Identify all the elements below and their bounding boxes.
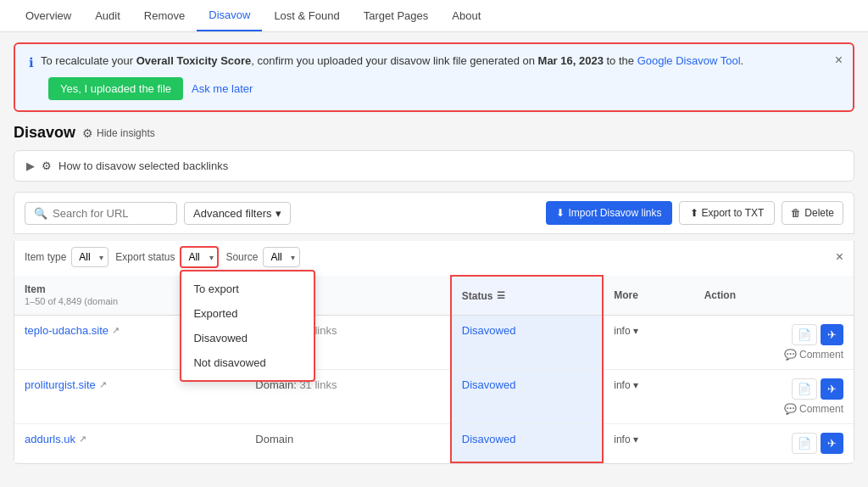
source-filter-group: Source All xyxy=(225,247,300,267)
action-cell: 📄 ✈ 💬 Comment xyxy=(694,316,854,370)
copy-button[interactable]: 📄 xyxy=(792,324,817,345)
th-action: Action xyxy=(694,276,854,316)
chevron-right-icon: ▶ xyxy=(26,160,35,172)
export-status-label: Export status xyxy=(115,251,175,263)
nav-about[interactable]: About xyxy=(440,1,492,31)
source-label: Source xyxy=(225,251,258,263)
main-content: × ℹ To recalculate your Overall Toxicity… xyxy=(0,32,868,487)
hide-insights-button[interactable]: ⚙ Hide insights xyxy=(82,126,155,140)
info-label: info xyxy=(614,379,630,391)
nav-lost-found[interactable]: Lost & Found xyxy=(262,1,351,31)
alert-text: ℹ To recalculate your Overall Toxicity S… xyxy=(29,54,839,70)
export-option-not-disavowed[interactable]: Not disavowed xyxy=(181,350,314,375)
insights-gear-icon: ⚙ xyxy=(42,160,52,172)
info-button[interactable]: info ▾ xyxy=(614,325,637,337)
telegram-button[interactable]: ✈ xyxy=(821,324,843,345)
nav-audit[interactable]: Audit xyxy=(83,1,132,31)
action-cell: 📄 ✈ xyxy=(694,424,854,463)
how-to-disavow-text: How to disavow selected backlinks xyxy=(58,160,228,172)
source-select-wrapper: All xyxy=(263,247,300,267)
item-type-filter-group: Item type All xyxy=(25,247,108,267)
info-circle-icon: ℹ xyxy=(29,55,34,70)
table-row: proliturgist.site ↗ Domain: 31 links Dis… xyxy=(14,370,854,424)
comment-button[interactable]: 💬 Comment xyxy=(784,403,843,415)
telegram-button[interactable]: ✈ xyxy=(821,378,843,400)
export-status-select[interactable]: All xyxy=(180,246,219,268)
item-count: 1–50 of 4,849 (domain xyxy=(25,296,118,306)
action-buttons: 📄 ✈ 💬 Comment xyxy=(704,378,843,415)
action-buttons: 📄 ✈ xyxy=(704,433,843,454)
nav-remove[interactable]: Remove xyxy=(132,1,197,31)
comment-icon: 💬 xyxy=(784,349,797,361)
filters-row: Item type All Export status All To expor… xyxy=(14,241,854,275)
action-cell: 📄 ✈ 💬 Comment xyxy=(694,370,854,424)
export-status-select-wrapper: All To export Exported Disavowed Not dis… xyxy=(180,246,219,268)
download-icon: ⬇ xyxy=(556,207,565,219)
item-type-select-wrapper: All xyxy=(71,247,108,267)
item-cell: addurls.uk ↗ xyxy=(14,424,245,463)
item-link[interactable]: addurls.uk ↗ xyxy=(25,433,235,445)
more-cell: info ▾ xyxy=(603,316,693,370)
nav-target-pages[interactable]: Target Pages xyxy=(352,1,441,31)
more-cell: info ▾ xyxy=(603,424,693,463)
google-disavow-link[interactable]: Google Disavow Tool xyxy=(637,54,741,67)
chevron-down-icon: ▾ xyxy=(633,379,638,391)
item-type-select[interactable]: All xyxy=(71,247,108,267)
advanced-filters-button[interactable]: Advanced filters ▾ xyxy=(184,202,291,225)
yes-uploaded-button[interactable]: Yes, I uploaded the file xyxy=(48,77,183,100)
info-button[interactable]: info ▾ xyxy=(614,434,637,445)
status-badge: Disavowed xyxy=(462,324,516,337)
import-disavow-button[interactable]: ⬇ Import Disavow links xyxy=(546,201,671,225)
disavow-table: Item 1–50 of 4,849 (domain Type Status ☰… xyxy=(14,275,854,463)
ask-me-later-button[interactable]: Ask me later xyxy=(192,77,253,100)
more-cell: info ▾ xyxy=(603,370,693,424)
filter-icon: ☰ xyxy=(497,290,505,301)
advanced-filters-label: Advanced filters xyxy=(193,207,272,220)
table-row: addurls.uk ↗ Domain Disavowed info ▾ xyxy=(14,424,854,463)
search-input-wrapper: 🔍 xyxy=(25,202,177,225)
th-more: More xyxy=(603,276,693,316)
nav-overview[interactable]: Overview xyxy=(14,1,83,31)
insights-box: ▶ ⚙ How to disavow selected backlinks xyxy=(14,150,854,182)
upload-icon: ⬆ xyxy=(690,207,698,219)
nav-bar: Overview Audit Remove Disavow Lost & Fou… xyxy=(0,0,868,32)
export-option-disavowed[interactable]: Disavowed xyxy=(181,326,314,350)
info-label: info xyxy=(614,325,630,337)
copy-button[interactable]: 📄 xyxy=(792,433,817,454)
info-label: info xyxy=(614,434,630,445)
page-title: Disavow xyxy=(14,124,75,142)
trash-icon: 🗑 xyxy=(791,207,801,219)
chevron-down-icon: ▾ xyxy=(633,434,638,445)
th-status: Status ☰ xyxy=(451,276,603,316)
comment-button[interactable]: 💬 Comment xyxy=(784,349,843,361)
info-button[interactable]: info ▾ xyxy=(614,379,637,391)
export-option-to-export[interactable]: To export xyxy=(181,277,314,301)
alert-banner: × ℹ To recalculate your Overall Toxicity… xyxy=(14,42,854,112)
search-input[interactable] xyxy=(53,207,168,220)
export-option-exported[interactable]: Exported xyxy=(181,301,314,326)
status-badge: Disavowed xyxy=(462,378,516,391)
search-icon: 🔍 xyxy=(34,207,47,220)
table-container: Item 1–50 of 4,849 (domain Type Status ☰… xyxy=(14,275,854,464)
external-link-icon: ↗ xyxy=(112,325,120,336)
toolbar-right: ⬇ Import Disavow links ⬆ Export to TXT 🗑… xyxy=(546,201,843,225)
alert-message: To recalculate your Overall Toxicity Sco… xyxy=(41,54,743,67)
status-cell: Disavowed xyxy=(451,370,603,424)
chevron-down-icon: ▾ xyxy=(275,207,281,220)
nav-disavow[interactable]: Disavow xyxy=(197,0,262,31)
delete-button[interactable]: 🗑 Delete xyxy=(782,201,843,225)
alert-close-button[interactable]: × xyxy=(835,53,843,68)
external-link-icon: ↗ xyxy=(99,379,107,390)
telegram-button[interactable]: ✈ xyxy=(821,433,843,454)
item-type-label: Item type xyxy=(25,251,66,263)
comment-icon: 💬 xyxy=(784,403,797,415)
copy-button[interactable]: 📄 xyxy=(792,378,817,400)
source-select[interactable]: All xyxy=(263,247,300,267)
chevron-down-icon: ▾ xyxy=(633,325,638,337)
status-badge: Disavowed xyxy=(462,433,516,445)
export-txt-button[interactable]: ⬆ Export to TXT xyxy=(679,201,776,225)
filters-close-button[interactable]: × xyxy=(836,249,843,265)
export-status-filter-group: Export status All To export Exported Dis… xyxy=(115,246,219,268)
section-header: Disavow ⚙ Hide insights xyxy=(14,124,854,142)
external-link-icon: ↗ xyxy=(79,434,86,445)
